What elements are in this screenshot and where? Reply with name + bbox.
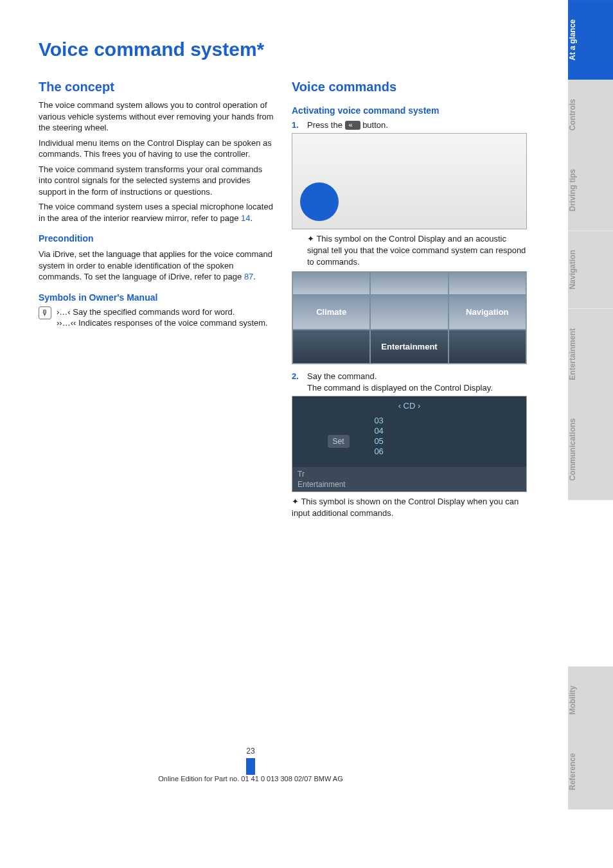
cd-track-05: 05	[374, 436, 383, 447]
cd-track-06: 06	[374, 447, 383, 457]
tab-driving-tips[interactable]: Driving tips	[568, 150, 613, 231]
precondition-p: Via iDrive, set the language that applie…	[39, 249, 274, 283]
concept-p3: The voice command system transforms your…	[39, 164, 274, 198]
steering-wheel-voice-icon: «٭	[310, 191, 326, 210]
menu-cell-navigation: Navigation	[449, 295, 526, 330]
step-1: 1. Press the button.	[292, 120, 527, 131]
concept-p4: The voice command system uses a special …	[39, 201, 274, 224]
cd-display-illustration: ‹ CD › 03 04 05 06 Set 00:00 Tr Entertai…	[292, 396, 527, 492]
tab-controls[interactable]: Controls	[568, 80, 613, 150]
heading-precondition: Precondition	[39, 233, 274, 245]
step-1-num: 1.	[292, 120, 301, 131]
symbol-display-para: ✦ This symbol on the Control Display and…	[292, 233, 527, 267]
symbol-display-text: This symbol on the Control Display and a…	[307, 234, 526, 266]
page-footer: 23 Online Edition for Part no. 01 41 0 0…	[0, 743, 501, 783]
step-2-b: The command is displayed on the Control …	[307, 383, 493, 393]
talk-button-icon	[345, 121, 360, 130]
idrive-menu-illustration: Climate Navigation Entertainment	[292, 271, 527, 364]
concept-p2: Individual menu items on the Control Dis…	[39, 137, 274, 160]
menu-cell-bl	[292, 330, 370, 364]
tab-at-a-glance[interactable]: At a glance	[568, 0, 613, 80]
concept-p4-a: The voice command system uses a special …	[39, 202, 273, 223]
symbol-say-text: ›…‹ Say the specified commands word for …	[57, 306, 268, 318]
symbol-row-say: ›…‹ Say the specified commands word for …	[39, 306, 274, 329]
concept-p1: The voice command system allows you to c…	[39, 100, 274, 134]
edition-line: Online Edition for Part no. 01 41 0 013 …	[158, 775, 342, 783]
menu-cell-blank-1	[292, 272, 370, 295]
cd-header: ‹ CD ›	[292, 400, 526, 412]
page-title: Voice command system*	[39, 39, 587, 60]
cd-footer: Tr Entertainment	[292, 467, 526, 492]
step-1-a: Press the	[307, 120, 345, 130]
tab-navigation[interactable]: Navigation	[568, 231, 613, 308]
voice-symbol-icon-2: ✦	[292, 497, 299, 506]
sidebar-tabs: At a glance Controls Driving tips Naviga…	[568, 0, 613, 810]
tab-mobility[interactable]: Mobility	[568, 666, 613, 734]
sidebar-gap	[568, 500, 613, 666]
left-column: The concept The voice command system all…	[39, 78, 274, 522]
right-column: Voice commands Activating voice command …	[292, 78, 527, 522]
tab-communications[interactable]: Communications	[568, 399, 613, 500]
tab-reference[interactable]: Reference	[568, 734, 613, 810]
cd-footer-ent: Entertainment	[298, 480, 346, 489]
voice-symbol-icon: ✦	[307, 234, 314, 244]
menu-cell-climate: Climate	[292, 295, 370, 330]
cd-track-03: 03	[374, 416, 383, 426]
precondition-a: Via iDrive, set the language that applie…	[39, 249, 272, 281]
cd-set-button: Set	[328, 435, 350, 448]
step-2-num: 2.	[292, 371, 301, 393]
heading-concept: The concept	[39, 78, 274, 96]
menu-cell-blank-3	[449, 272, 526, 295]
step-1-b: button.	[360, 120, 388, 130]
cd-track-04: 04	[374, 426, 383, 436]
tab-entertainment[interactable]: Entertainment	[568, 309, 613, 400]
menu-cell-blank-2	[370, 272, 448, 295]
page-number: 23	[0, 747, 501, 775]
step-2-a: Say the command.	[307, 371, 377, 381]
cd-footer-tr: Tr	[298, 470, 305, 479]
step-2: 2. Say the command. The command is displ…	[292, 371, 527, 393]
precondition-b: .	[253, 272, 256, 281]
dashboard-illustration: «٭	[292, 133, 527, 229]
heading-activating: Activating voice command system	[292, 105, 527, 117]
heading-symbols: Symbols in Owner's Manual	[39, 292, 274, 304]
cd-tracks: 03 04 05 06	[374, 416, 383, 457]
symbol-response-text: ››…‹‹ Indicates responses of the voice c…	[57, 317, 268, 329]
menu-cell-center	[370, 295, 448, 330]
heading-voice-commands: Voice commands	[292, 78, 527, 96]
page-link-14[interactable]: 14	[241, 213, 250, 223]
page-link-87[interactable]: 87	[244, 272, 253, 281]
menu-cell-entertainment: Entertainment	[370, 330, 448, 364]
final-para-text: This symbol is shown on the Control Disp…	[292, 497, 519, 518]
menu-cell-br	[449, 330, 526, 364]
final-para: ✦ This symbol is shown on the Control Di…	[292, 496, 527, 518]
concept-p4-b: .	[251, 213, 253, 223]
voice-icon	[39, 306, 51, 319]
